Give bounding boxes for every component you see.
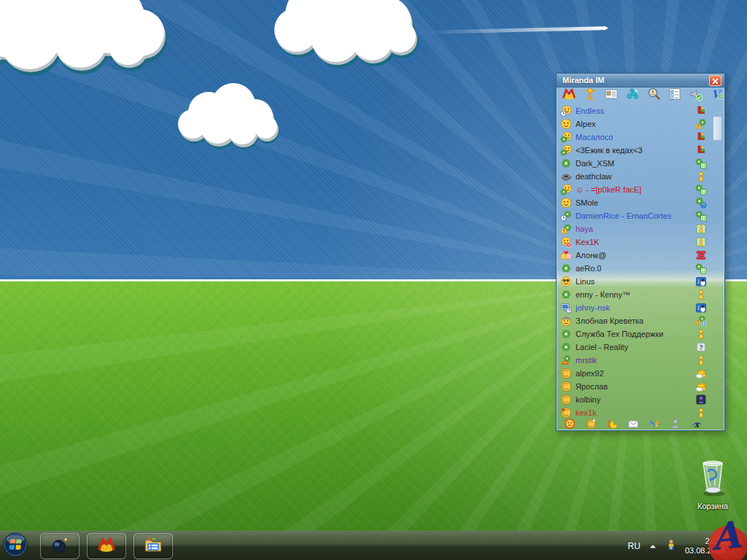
xswoosh-icon: x (691, 418, 703, 429)
flower-orange-icon (560, 354, 572, 366)
contact-row[interactable]: Kex1K (558, 236, 723, 249)
greenbox-icon (695, 210, 707, 222)
taskbar-button-file-manager[interactable] (133, 533, 173, 559)
msn-protocol-button[interactable] (649, 418, 660, 429)
checklist-icon (667, 87, 682, 104)
miranda-titlebar[interactable]: Miranda IM (557, 74, 724, 88)
svg-text:?: ? (699, 344, 703, 351)
qip-icon (695, 171, 707, 182)
recycle-bin-icon (692, 457, 734, 498)
contact-row[interactable]: Масалосо (558, 131, 723, 144)
desktop: Корзина Miranda IM V EndlessAlpex8Масало… (0, 0, 747, 560)
contact-row[interactable]: haya (558, 222, 723, 236)
contact-name: mrstik (576, 356, 597, 365)
contact-row[interactable]: deathclaw (558, 170, 723, 183)
contact-name: Linus (576, 277, 595, 286)
flower8-icon: 8 (695, 118, 707, 130)
flower-icon (560, 262, 572, 274)
contact-name: enny - Ќenny™ (576, 290, 630, 299)
clock-date: 03.08.2009 (685, 546, 725, 556)
flower-icon (560, 341, 572, 353)
contact-row[interactable]: Ярослав (558, 380, 723, 393)
person-up-icon (583, 87, 597, 104)
offline-contacts-button[interactable] (670, 418, 681, 429)
miranda-statusbar: x (558, 417, 723, 429)
contact-row[interactable]: SMole (558, 196, 723, 209)
contact-row[interactable]: Laciel - Reality? (558, 341, 723, 354)
recycle-bin[interactable]: Корзина (684, 457, 741, 510)
magnifier-icon (646, 87, 661, 104)
close-button[interactable] (709, 75, 721, 86)
contact-row[interactable]: Dark_XSM (558, 157, 723, 170)
cup-icon (560, 171, 572, 182)
plus8-icon: 8 (695, 315, 707, 327)
contact-row[interactable]: kolbiny (558, 393, 723, 406)
cloud-small-icon (166, 82, 298, 162)
find-user-button[interactable] (646, 88, 661, 103)
contact-row[interactable]: ☺ - =[p0keR facE] (558, 183, 723, 196)
coin-icon (560, 381, 572, 392)
greenbox-icon (695, 262, 707, 274)
language-indicator[interactable]: RU (628, 541, 640, 551)
tray-expand-arrow[interactable] (649, 540, 657, 553)
pacman-icon (606, 418, 618, 429)
cloud-medium-icon (268, 0, 425, 84)
mail-protocol-button[interactable] (627, 418, 639, 429)
contact-row[interactable]: DamienRice - ErnanCortes (558, 209, 723, 222)
smiley-icon (560, 118, 572, 130)
status-menu-button[interactable] (583, 88, 597, 103)
scrollbar-thumb[interactable] (713, 116, 722, 141)
miranda-toolbar: V (558, 88, 714, 104)
contact-row[interactable]: aeRo.0 (558, 262, 723, 275)
contact-details-button[interactable] (604, 88, 619, 103)
sparkle-icon (625, 87, 640, 104)
contact-name: Масалосо (576, 133, 613, 141)
butterfly-icon (649, 418, 660, 429)
penguin-icon (695, 276, 707, 287)
icq-protocol-button[interactable] (564, 418, 576, 429)
clock[interactable]: 21:25 03.08.2009 (685, 537, 725, 556)
v-plugin-button[interactable]: V (710, 88, 724, 103)
contact-row[interactable]: Linus (558, 275, 723, 288)
main-menu-button[interactable] (562, 88, 576, 103)
im-protocol-button[interactable] (606, 418, 618, 429)
flower-icon (560, 328, 572, 340)
contact-row[interactable]: Служба Тех Поддержки (558, 327, 723, 341)
smiley-flower-icon (560, 184, 572, 195)
taskbar-button-browser[interactable] (40, 533, 80, 559)
greenbox-icon (695, 158, 707, 169)
crown-icon (695, 381, 707, 392)
contact-row[interactable]: johny-nsk (558, 301, 723, 314)
smiley-hat-icon (560, 315, 572, 327)
penguin-icon (695, 302, 707, 314)
contact-row[interactable]: mrstik (558, 354, 723, 367)
chat-rooms-button[interactable] (625, 88, 640, 103)
contact-name: haya (576, 225, 593, 233)
show-desktop-button[interactable] (733, 534, 743, 558)
miranda-tray-icon[interactable] (665, 539, 677, 553)
contact-name: SMole (576, 198, 598, 207)
taskbar: RU 21:25 03.08.2009 (0, 531, 747, 560)
reddiscs-icon (695, 249, 707, 261)
up-arrow-icon (649, 540, 657, 553)
contact-name: Злобная Креветка (576, 316, 643, 325)
window-title: Miranda IM (562, 76, 604, 85)
contact-row[interactable]: Алонк@ (558, 249, 723, 262)
contact-row[interactable]: Alpex8 (558, 117, 723, 131)
contact-row[interactable]: alpex92 (558, 367, 723, 380)
contact-row[interactable]: <3Ежик в кедах<3 (558, 144, 723, 157)
xstatus-button[interactable]: x (691, 418, 703, 429)
contact-name: Kex1K (576, 238, 599, 246)
sounds-button[interactable] (689, 88, 703, 103)
taskbar-button-miranda-im[interactable] (87, 533, 126, 559)
flower-ball-icon (695, 197, 707, 209)
flower-warn-icon (560, 223, 572, 235)
coin-protocol-button[interactable] (585, 418, 597, 429)
miranda-window: Miranda IM V EndlessAlpex8Масалосо<3Ежик… (556, 73, 725, 431)
contact-row[interactable]: Злобная Креветка8 (558, 314, 723, 327)
recycle-bin-label: Корзина (684, 502, 741, 510)
start-button[interactable] (2, 533, 28, 559)
contact-row[interactable]: Endless (558, 104, 723, 117)
options-button[interactable] (667, 88, 682, 103)
contact-row[interactable]: enny - Ќenny™ (558, 288, 723, 301)
